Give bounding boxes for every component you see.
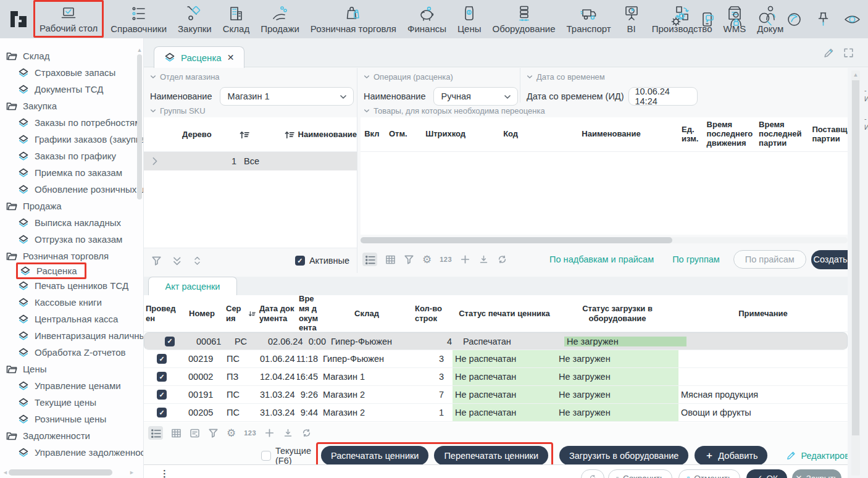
more-options-icon[interactable]: ⋮ bbox=[160, 468, 169, 478]
section-header[interactable]: Операция (расценка) bbox=[364, 72, 518, 82]
tab-rascenka[interactable]: Расценка ✕ bbox=[154, 46, 244, 68]
tree-item[interactable]: Выписка накладных bbox=[0, 214, 143, 231]
column-header[interactable]: Проведен bbox=[144, 295, 180, 332]
menu-bi[interactable]: BI bbox=[617, 1, 646, 38]
ok-button[interactable]: ✓ОК bbox=[746, 469, 787, 478]
column-header[interactable]: Статус загрузки в оборудование bbox=[556, 295, 678, 332]
act-table-row[interactable]: 00191 ПС 31.03.24 9:26 Магазин 2 7 Не ра… bbox=[144, 386, 848, 404]
tree-item[interactable]: Заказы по потребностям bbox=[0, 114, 143, 131]
expand-chevron-icon[interactable] bbox=[151, 157, 159, 166]
download-icon[interactable] bbox=[478, 254, 489, 264]
sku-row-all[interactable]: 1 Все bbox=[144, 152, 357, 170]
tree-item[interactable]: Графики заказов (закупка) bbox=[0, 131, 143, 148]
current-filter[interactable]: Текущие (F6) bbox=[261, 446, 311, 466]
goods-section-header[interactable]: Товары, для которых необходима переоценк… bbox=[364, 106, 545, 115]
tree-item[interactable]: Печать ценников ТСД bbox=[0, 277, 143, 294]
phone-chat-icon[interactable] bbox=[698, 10, 717, 29]
menu-desktop[interactable]: Рабочий стол bbox=[33, 0, 104, 38]
tree-group-ceny[interactable]: Цены bbox=[0, 361, 143, 377]
save-button[interactable]: Сохранить bbox=[608, 469, 672, 478]
expand-all-icon[interactable] bbox=[172, 256, 182, 266]
refresh-icon[interactable] bbox=[497, 254, 507, 264]
by-markups-link[interactable]: По надбавкам и прайсам bbox=[549, 254, 654, 264]
column-header[interactable]: Вкл bbox=[361, 130, 383, 139]
tree-group-debts[interactable]: Задолженности bbox=[0, 427, 143, 444]
section-header[interactable]: Отдел магазина bbox=[150, 72, 354, 82]
act-table-row[interactable]: 00002 ПЗ 12.04.24 16:45 Магазин 1 3 Не р… bbox=[144, 368, 848, 386]
column-header-tree[interactable]: Дерево bbox=[182, 130, 212, 139]
tree-item[interactable]: Розничные цены bbox=[0, 411, 143, 427]
view-list-icon[interactable] bbox=[148, 426, 163, 440]
add-icon[interactable] bbox=[264, 428, 275, 438]
gear-icon[interactable]: ⚙ bbox=[422, 254, 432, 265]
eye-icon[interactable] bbox=[843, 10, 862, 29]
sidebar-vertical-scrollbar[interactable]: ▲ bbox=[136, 47, 143, 473]
store-select[interactable]: Магазин 1 bbox=[220, 87, 354, 106]
column-header[interactable]: Код bbox=[478, 130, 543, 139]
active-filter[interactable]: Активные bbox=[295, 256, 349, 266]
add-button[interactable]: ＋Добавить bbox=[695, 446, 767, 465]
column-header[interactable]: Кол-во строк bbox=[413, 295, 453, 332]
column-header-name[interactable]: Наименование bbox=[298, 130, 357, 139]
numeric-columns-icon[interactable]: 123 bbox=[440, 256, 452, 263]
tree-group-retail[interactable]: Розничная торговля bbox=[0, 248, 143, 264]
view-list-icon[interactable] bbox=[362, 253, 377, 266]
menu-finance[interactable]: Финансы bbox=[402, 1, 452, 38]
refresh-button[interactable] bbox=[581, 469, 604, 478]
column-header[interactable]: Серия bbox=[224, 295, 246, 332]
view-card-icon[interactable] bbox=[190, 428, 200, 438]
tree-item[interactable]: Текущие цены bbox=[0, 394, 143, 411]
app-logo-icon[interactable] bbox=[7, 8, 30, 30]
scroll-thumb[interactable] bbox=[137, 54, 142, 199]
row-checkbox[interactable] bbox=[157, 354, 167, 364]
tree-group-zakupka[interactable]: Закупка bbox=[0, 98, 143, 114]
user-lock-icon[interactable] bbox=[727, 10, 746, 29]
view-grid-icon[interactable] bbox=[171, 428, 182, 438]
cancel-button[interactable]: Отменить bbox=[678, 469, 740, 478]
refresh-icon[interactable] bbox=[301, 428, 312, 438]
tree-item[interactable]: Заказы по графику bbox=[0, 148, 143, 164]
tree-item[interactable]: Инвентаризация наличных bbox=[0, 327, 143, 344]
menu-retail[interactable]: Розничная торговля bbox=[305, 1, 402, 38]
sidebar-horizontal-scrollbar[interactable]: ◄► bbox=[2, 469, 135, 476]
theme-circle-icon[interactable] bbox=[785, 10, 804, 29]
menu-equipment[interactable]: Оборудование bbox=[487, 1, 561, 38]
tree-item[interactable]: Управление ценами bbox=[0, 377, 143, 394]
column-header[interactable]: Время последней партии bbox=[756, 120, 809, 148]
by-prices-button[interactable]: По прайсам bbox=[733, 250, 806, 269]
close-button[interactable]: ✕Закрыть bbox=[792, 469, 841, 478]
by-groups-link[interactable]: По группам bbox=[672, 254, 720, 264]
sort-asc-icon[interactable] bbox=[239, 130, 249, 139]
goods-horizontal-scrollbar[interactable] bbox=[361, 237, 848, 243]
tree-item[interactable]: Отгрузка по заказам bbox=[0, 231, 143, 248]
row-checkbox[interactable] bbox=[165, 337, 175, 346]
close-tab-icon[interactable]: ✕ bbox=[227, 52, 235, 62]
column-header[interactable]: Примечание bbox=[678, 295, 848, 332]
tree-item[interactable]: Страховые запасы bbox=[0, 64, 143, 81]
tree-group-prodazha[interactable]: Продажа bbox=[0, 198, 143, 214]
act-table-row[interactable]: 00219 ПС 01.06.24 11:18 Гипер-Фьюжен 3 Н… bbox=[144, 350, 848, 368]
menu-purchases[interactable]: Закупки bbox=[172, 1, 217, 38]
row-checkbox[interactable] bbox=[157, 408, 167, 417]
tree-item[interactable]: Управление задолженностям bbox=[0, 444, 143, 461]
menu-sales[interactable]: Продажи bbox=[255, 1, 305, 38]
tree-item[interactable]: Центральная касса bbox=[0, 311, 143, 327]
print-tags-button[interactable]: Распечатать ценники bbox=[321, 446, 428, 465]
page-vertical-scrollbar[interactable]: ▲ bbox=[851, 70, 860, 476]
active-checkbox[interactable] bbox=[295, 256, 305, 266]
column-header[interactable]: Дата документа bbox=[257, 295, 297, 332]
sort-asc-icon[interactable] bbox=[284, 130, 294, 139]
tree-item[interactable]: Обработка Z-отчетов bbox=[0, 344, 143, 361]
menu-references[interactable]: Справочники bbox=[105, 1, 172, 38]
column-header[interactable]: Поставщик партии bbox=[809, 125, 848, 144]
column-header[interactable]: Штрихкод bbox=[413, 130, 478, 139]
fullscreen-icon[interactable] bbox=[843, 47, 854, 59]
tree-item[interactable]: Приемка по заказам bbox=[0, 164, 143, 181]
column-header[interactable]: Статус печати ценника bbox=[453, 295, 556, 332]
tree-item[interactable]: Кассовые книги bbox=[0, 294, 143, 311]
row-checkbox[interactable] bbox=[157, 372, 167, 382]
datetime-input[interactable]: 10.06.24 14:24 bbox=[628, 87, 698, 106]
gear-icon[interactable]: ⚙ bbox=[227, 428, 236, 438]
reprint-tags-button[interactable]: Перепечатать ценники bbox=[434, 446, 548, 465]
column-header[interactable]: Время последнего движения bbox=[704, 120, 756, 148]
